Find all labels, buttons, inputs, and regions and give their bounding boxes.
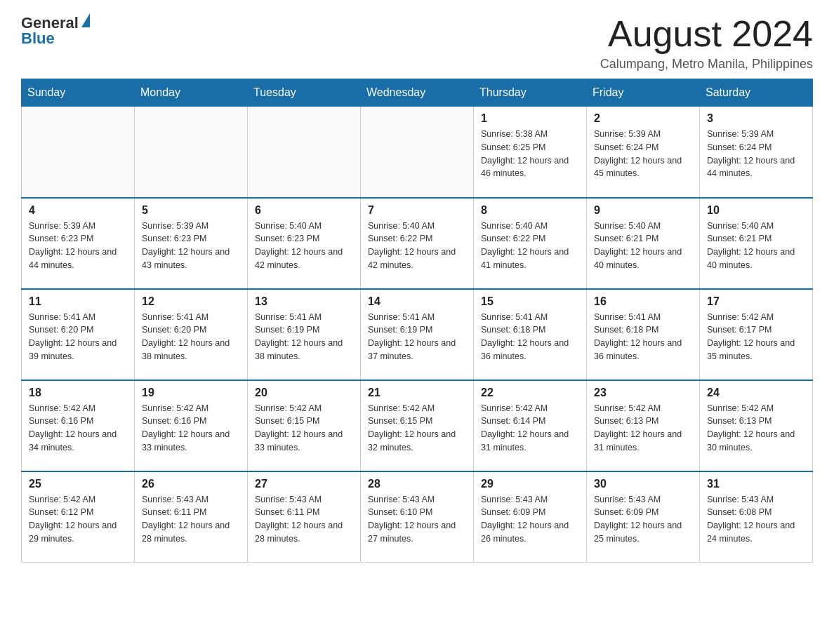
calendar-week-row: 25Sunrise: 5:42 AM Sunset: 6:12 PM Dayli… [22, 471, 813, 563]
location-subtitle: Calumpang, Metro Manila, Philippines [600, 57, 813, 72]
day-number: 25 [29, 478, 127, 490]
day-info: Sunrise: 5:40 AM Sunset: 6:21 PM Dayligh… [594, 220, 692, 272]
day-info: Sunrise: 5:43 AM Sunset: 6:08 PM Dayligh… [707, 493, 805, 546]
calendar-day-cell: 17Sunrise: 5:42 AM Sunset: 6:17 PM Dayli… [700, 289, 813, 380]
day-info: Sunrise: 5:40 AM Sunset: 6:21 PM Dayligh… [707, 220, 805, 272]
calendar-day-cell: 15Sunrise: 5:41 AM Sunset: 6:18 PM Dayli… [474, 289, 587, 380]
calendar-day-cell: 6Sunrise: 5:40 AM Sunset: 6:23 PM Daylig… [248, 198, 361, 289]
day-number: 6 [255, 204, 353, 217]
calendar-day-cell: 5Sunrise: 5:39 AM Sunset: 6:23 PM Daylig… [135, 198, 248, 289]
calendar-day-cell: 31Sunrise: 5:43 AM Sunset: 6:08 PM Dayli… [700, 471, 813, 563]
day-number: 20 [255, 387, 353, 399]
calendar-day-cell [361, 107, 474, 198]
day-number: 9 [594, 204, 692, 217]
logo-block: General Blue [21, 14, 90, 48]
day-number: 27 [255, 478, 353, 490]
calendar-day-cell: 28Sunrise: 5:43 AM Sunset: 6:10 PM Dayli… [361, 471, 474, 563]
day-info: Sunrise: 5:42 AM Sunset: 6:13 PM Dayligh… [594, 402, 692, 455]
calendar-day-cell: 23Sunrise: 5:42 AM Sunset: 6:13 PM Dayli… [587, 380, 700, 471]
day-info: Sunrise: 5:41 AM Sunset: 6:20 PM Dayligh… [29, 311, 127, 363]
day-number: 30 [594, 478, 692, 490]
calendar-day-cell: 26Sunrise: 5:43 AM Sunset: 6:11 PM Dayli… [135, 471, 248, 563]
month-year-title: August 2024 [600, 14, 813, 54]
day-info: Sunrise: 5:39 AM Sunset: 6:23 PM Dayligh… [29, 220, 127, 272]
day-number: 24 [707, 387, 805, 399]
day-number: 23 [594, 387, 692, 399]
calendar-day-cell [248, 107, 361, 198]
day-info: Sunrise: 5:40 AM Sunset: 6:22 PM Dayligh… [368, 220, 466, 272]
day-number: 4 [29, 204, 127, 217]
header: General Blue August 2024 Calumpang, Metr… [21, 14, 813, 72]
calendar-day-cell: 11Sunrise: 5:41 AM Sunset: 6:20 PM Dayli… [22, 289, 135, 380]
day-number: 13 [255, 295, 353, 308]
calendar-header-wednesday: Wednesday [361, 79, 474, 107]
calendar-day-cell: 10Sunrise: 5:40 AM Sunset: 6:21 PM Dayli… [700, 198, 813, 289]
calendar-week-row: 11Sunrise: 5:41 AM Sunset: 6:20 PM Dayli… [22, 289, 813, 380]
day-number: 3 [707, 112, 805, 125]
calendar-day-cell [22, 107, 135, 198]
day-number: 18 [29, 387, 127, 399]
day-info: Sunrise: 5:42 AM Sunset: 6:13 PM Dayligh… [707, 402, 805, 455]
day-info: Sunrise: 5:42 AM Sunset: 6:15 PM Dayligh… [255, 402, 353, 455]
calendar-day-cell [135, 107, 248, 198]
day-number: 10 [707, 204, 805, 217]
calendar-week-row: 1Sunrise: 5:38 AM Sunset: 6:25 PM Daylig… [22, 107, 813, 198]
logo-triangle-icon [81, 13, 90, 27]
calendar-day-cell: 8Sunrise: 5:40 AM Sunset: 6:22 PM Daylig… [474, 198, 587, 289]
day-info: Sunrise: 5:42 AM Sunset: 6:12 PM Dayligh… [29, 493, 127, 546]
day-number: 12 [142, 295, 240, 308]
day-number: 28 [368, 478, 466, 490]
day-info: Sunrise: 5:39 AM Sunset: 6:24 PM Dayligh… [707, 128, 805, 180]
day-number: 16 [594, 295, 692, 308]
calendar-week-row: 18Sunrise: 5:42 AM Sunset: 6:16 PM Dayli… [22, 380, 813, 471]
day-info: Sunrise: 5:40 AM Sunset: 6:23 PM Dayligh… [255, 220, 353, 272]
calendar-header-row: SundayMondayTuesdayWednesdayThursdayFrid… [22, 79, 813, 107]
day-number: 5 [142, 204, 240, 217]
day-info: Sunrise: 5:43 AM Sunset: 6:09 PM Dayligh… [481, 493, 579, 546]
day-info: Sunrise: 5:40 AM Sunset: 6:22 PM Dayligh… [481, 220, 579, 272]
day-number: 11 [29, 295, 127, 308]
day-info: Sunrise: 5:38 AM Sunset: 6:25 PM Dayligh… [481, 128, 579, 180]
day-number: 26 [142, 478, 240, 490]
calendar-day-cell: 4Sunrise: 5:39 AM Sunset: 6:23 PM Daylig… [22, 198, 135, 289]
day-info: Sunrise: 5:42 AM Sunset: 6:14 PM Dayligh… [481, 402, 579, 455]
calendar-day-cell: 2Sunrise: 5:39 AM Sunset: 6:24 PM Daylig… [587, 107, 700, 198]
calendar-day-cell: 30Sunrise: 5:43 AM Sunset: 6:09 PM Dayli… [587, 471, 700, 563]
calendar-header-friday: Friday [587, 79, 700, 107]
day-info: Sunrise: 5:42 AM Sunset: 6:17 PM Dayligh… [707, 311, 805, 363]
day-number: 2 [594, 112, 692, 125]
calendar-day-cell: 9Sunrise: 5:40 AM Sunset: 6:21 PM Daylig… [587, 198, 700, 289]
day-info: Sunrise: 5:41 AM Sunset: 6:18 PM Dayligh… [481, 311, 579, 363]
day-number: 14 [368, 295, 466, 308]
calendar-day-cell: 29Sunrise: 5:43 AM Sunset: 6:09 PM Dayli… [474, 471, 587, 563]
day-info: Sunrise: 5:42 AM Sunset: 6:15 PM Dayligh… [368, 402, 466, 455]
calendar-header-sunday: Sunday [22, 79, 135, 107]
day-info: Sunrise: 5:41 AM Sunset: 6:20 PM Dayligh… [142, 311, 240, 363]
calendar-day-cell: 13Sunrise: 5:41 AM Sunset: 6:19 PM Dayli… [248, 289, 361, 380]
day-info: Sunrise: 5:43 AM Sunset: 6:11 PM Dayligh… [142, 493, 240, 546]
calendar-day-cell: 7Sunrise: 5:40 AM Sunset: 6:22 PM Daylig… [361, 198, 474, 289]
day-number: 8 [481, 204, 579, 217]
calendar-day-cell: 19Sunrise: 5:42 AM Sunset: 6:16 PM Dayli… [135, 380, 248, 471]
day-number: 1 [481, 112, 579, 125]
day-info: Sunrise: 5:42 AM Sunset: 6:16 PM Dayligh… [29, 402, 127, 455]
day-number: 29 [481, 478, 579, 490]
day-info: Sunrise: 5:43 AM Sunset: 6:10 PM Dayligh… [368, 493, 466, 546]
day-info: Sunrise: 5:42 AM Sunset: 6:16 PM Dayligh… [142, 402, 240, 455]
day-number: 31 [707, 478, 805, 490]
day-number: 15 [481, 295, 579, 308]
day-number: 19 [142, 387, 240, 399]
calendar-day-cell: 22Sunrise: 5:42 AM Sunset: 6:14 PM Dayli… [474, 380, 587, 471]
day-info: Sunrise: 5:39 AM Sunset: 6:23 PM Dayligh… [142, 220, 240, 272]
calendar-day-cell: 20Sunrise: 5:42 AM Sunset: 6:15 PM Dayli… [248, 380, 361, 471]
day-number: 22 [481, 387, 579, 399]
day-info: Sunrise: 5:41 AM Sunset: 6:18 PM Dayligh… [594, 311, 692, 363]
day-info: Sunrise: 5:43 AM Sunset: 6:11 PM Dayligh… [255, 493, 353, 546]
calendar-header-saturday: Saturday [700, 79, 813, 107]
day-number: 21 [368, 387, 466, 399]
calendar-day-cell: 16Sunrise: 5:41 AM Sunset: 6:18 PM Dayli… [587, 289, 700, 380]
day-info: Sunrise: 5:41 AM Sunset: 6:19 PM Dayligh… [368, 311, 466, 363]
calendar-week-row: 4Sunrise: 5:39 AM Sunset: 6:23 PM Daylig… [22, 198, 813, 289]
day-info: Sunrise: 5:41 AM Sunset: 6:19 PM Dayligh… [255, 311, 353, 363]
calendar-day-cell: 14Sunrise: 5:41 AM Sunset: 6:19 PM Dayli… [361, 289, 474, 380]
